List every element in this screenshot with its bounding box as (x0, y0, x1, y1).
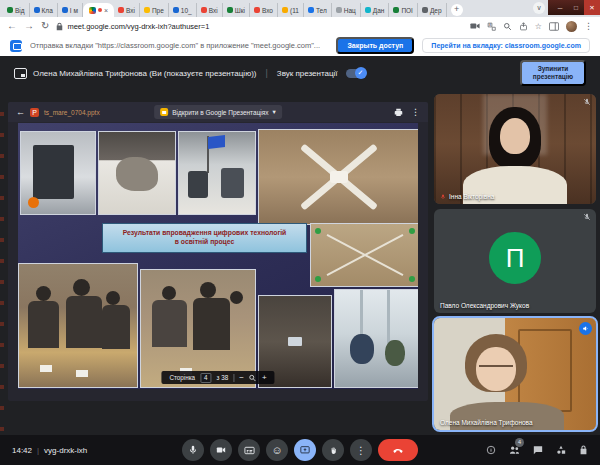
forward-icon[interactable]: → (24, 21, 34, 31)
meeting-panels: 4 (486, 445, 588, 455)
meet-app: Олена Михайлівна Трифонова (Ви (показуєт… (0, 57, 600, 465)
browser-tab[interactable]: ПОІ (389, 3, 418, 17)
zoom-out-button[interactable]: − (239, 374, 244, 382)
share-icon[interactable] (519, 22, 528, 31)
browser-tab[interactable]: (11 (278, 3, 304, 17)
browser-tab[interactable]: Вхо (250, 3, 278, 17)
captions-button[interactable] (238, 439, 260, 461)
bookmark-star-icon[interactable]: ☆ (535, 22, 542, 31)
photo-3d-printer (20, 131, 96, 215)
tab-search-button[interactable]: ∨ (533, 2, 545, 14)
participant-name: Павло Олександрович Жуков (440, 302, 529, 309)
reload-icon[interactable]: ↻ (41, 21, 49, 31)
infobar-message: Отправка вкладки "https://classroom.goog… (30, 41, 320, 50)
browser-tab[interactable]: Дер (418, 3, 447, 17)
tab-label: Вхі (126, 7, 135, 14)
more-options-button[interactable]: ⋮ (350, 439, 372, 461)
minimize-button[interactable]: ─ (552, 0, 568, 15)
fit-zoom-icon[interactable] (249, 374, 257, 382)
camera-button[interactable] (210, 439, 232, 461)
open-with-slides-button[interactable]: Відкрити в Google Презентаціях ▾ (154, 105, 282, 119)
tab-label: Від (15, 7, 25, 14)
tab-label: Тел (316, 7, 327, 14)
browser-tab[interactable]: Дан (361, 3, 390, 17)
tab-share-infobar: Отправка вкладки "https://classroom.goog… (0, 35, 600, 57)
mic-button[interactable] (182, 439, 204, 461)
person-body (152, 300, 186, 347)
new-tab-button[interactable]: + (451, 4, 463, 16)
browser-tab[interactable]: Вхі (114, 3, 140, 17)
zoom-icon[interactable] (503, 22, 512, 31)
browser-tab[interactable]: Вхі (197, 3, 223, 17)
printer-frame (33, 145, 74, 199)
presentation-audio-toggle[interactable]: ✓ (346, 69, 366, 78)
participant-tile-inna[interactable]: Інна Вікторівна (434, 94, 596, 204)
robot-dog (116, 157, 158, 191)
raise-hand-button[interactable] (322, 439, 344, 461)
people-panel-icon[interactable]: 4 (509, 445, 520, 455)
zoom-in-button[interactable]: + (262, 374, 267, 382)
person-body (102, 305, 130, 349)
reactions-button[interactable]: ☺ (266, 439, 288, 461)
meeting-info: 14:42 | vyg-drxk-ixh (12, 446, 87, 455)
tab-favicon (227, 7, 233, 13)
browser-tab[interactable]: Тел (304, 3, 332, 17)
stop-presentation-button[interactable]: Зупинити презентацію (520, 60, 586, 86)
back-icon[interactable]: ← (7, 21, 17, 31)
viewer-back-icon[interactable]: ← (16, 107, 25, 117)
participant-tile-pavlo[interactable]: П Павло Олександрович Жуков (434, 209, 596, 313)
page-number-input[interactable]: 4 (200, 373, 212, 383)
profile-avatar[interactable] (566, 21, 577, 32)
browser-tab[interactable]: Від (3, 3, 30, 17)
browser-tab[interactable]: Пре (140, 3, 169, 17)
green-corner (315, 276, 321, 282)
clock-time: 14:42 (12, 446, 32, 455)
tab-label: Кла (42, 7, 53, 14)
goto-shared-tab-button[interactable]: Перейти на вкладку: classroom.google.com (422, 38, 590, 53)
divider: | (37, 446, 39, 455)
end-call-button[interactable] (378, 439, 418, 461)
host-controls-icon[interactable] (579, 445, 588, 455)
menu-kebab-icon[interactable]: ⋮ (584, 21, 593, 31)
meeting-details-icon[interactable] (486, 445, 496, 455)
divider: | (265, 68, 267, 78)
chevron-down-icon: ▾ (273, 108, 276, 116)
tab-capture-dot (98, 8, 102, 12)
slide-title-line1: Результати впровадження цифрових техноло… (103, 229, 306, 238)
participant-name-tag: Олена Михайлівна Трифонова (440, 419, 533, 426)
tab-favicon (118, 7, 124, 13)
tab-close-icon[interactable]: × (104, 7, 108, 14)
shared-presentation-viewer: ← ts_mare_0704.pptx Відкрити в Google Пр… (8, 102, 428, 401)
person-body (66, 296, 101, 348)
url-text: meet.google.com/vyg-drxk-ixh?authuser=1 (67, 22, 209, 31)
avatar: П (489, 232, 541, 284)
paper-sheet (76, 370, 88, 377)
side-panel-icon[interactable] (549, 22, 559, 31)
tab-favicon (282, 7, 288, 13)
browser-tab-active-meet[interactable]: × (83, 3, 114, 17)
chat-panel-icon[interactable] (533, 445, 543, 455)
browser-tab[interactable]: І м (58, 3, 83, 17)
omnibox[interactable]: meet.google.com/vyg-drxk-ixh?authuser=1 (56, 22, 462, 31)
browser-tab[interactable]: Нац (332, 3, 361, 17)
print-icon[interactable] (394, 108, 403, 117)
tab-strip-tabs: ВідКлаІ м×ВхіПре10_ВхіШкіВхо(11ТелНацДан… (3, 3, 447, 17)
browser-tab[interactable]: Шкі (223, 3, 250, 17)
translate-icon[interactable]: A (487, 22, 496, 31)
browser-tab[interactable]: 10_ (169, 3, 197, 17)
present-button-active[interactable] (294, 439, 316, 461)
browser-tab[interactable]: Кла (30, 3, 58, 17)
activities-icon[interactable] (556, 445, 566, 455)
participant-tile-olena-self[interactable]: Олена Михайлівна Трифонова (432, 316, 598, 432)
participant-name: Олена Михайлівна Трифонова (440, 419, 533, 426)
maximize-button[interactable]: □ (568, 0, 584, 15)
viewer-kebab-icon[interactable]: ⋮ (411, 107, 420, 117)
filament-spool (28, 197, 39, 208)
close-button[interactable]: ✕ (584, 0, 600, 15)
viewer-page-controls[interactable]: Сторінка 4 з 38 − + (161, 371, 274, 384)
tab-capture-icon[interactable] (470, 22, 480, 30)
green-corner (409, 228, 415, 234)
stop-sharing-button[interactable]: Закрыть доступ (336, 37, 414, 54)
slide-title-line2: в освітній процес (103, 238, 306, 247)
meet-control-bar: 14:42 | vyg-drxk-ixh ☺ (0, 435, 600, 465)
